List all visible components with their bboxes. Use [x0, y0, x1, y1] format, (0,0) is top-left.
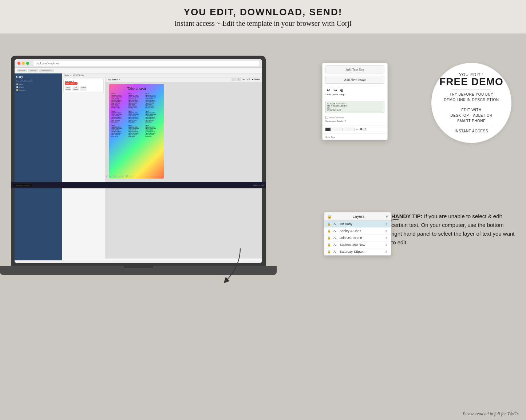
snap-control[interactable]: ⊕ Snap [339, 88, 344, 96]
layer-lock-icon: 🔒 [327, 250, 332, 253]
table-7-label: Tab 7 [111, 125, 128, 126]
redo-control[interactable]: ↪ Redo [333, 88, 338, 96]
url-bar[interactable]: corjl.com/templates [33, 61, 259, 66]
layer-name: Saturday SEptem [340, 250, 383, 253]
guest-2-1: SAMANTHA JONESCARRIE BRADSHAWJOHN POTTER… [128, 95, 145, 109]
demo-instant-access: INSTANT ACCESS [455, 128, 488, 134]
layer-delete-icon[interactable]: 🗑 [385, 243, 388, 247]
layer-delete-icon[interactable]: 🗑 [385, 236, 388, 240]
table-col-9: Tab 9 SAMANTHA JONESCARRIE BRADSHAWJOHN … [145, 125, 162, 137]
layer-delete-icon[interactable]: 🗑 [385, 229, 388, 233]
table-col-2: Tab 2 SAMANTHA JONESCARRIE BRADSHAWJOHN … [128, 93, 145, 109]
layer-type-icon: A [333, 250, 338, 253]
zoom-out-btn[interactable]: - [232, 78, 236, 81]
corjl-main-content: Order Id: 1509758194 Item Row 1 ⊘ INCOMP… [62, 73, 262, 260]
guest-3-1: SAMANTHA JONESCARRIE BRADSHAWJOHN POTTER… [145, 95, 162, 109]
arrow-to-layers [211, 245, 248, 288]
layers-title: Layers [352, 214, 364, 219]
text-format-btns: B I [359, 128, 367, 131]
layer-item[interactable]: 🔒 A Oh Baby 🗑 [324, 221, 391, 228]
toolbar-tab-2[interactable]: corjl.com [28, 69, 38, 72]
table-col-7: Tab 7 SAMANTHA JONESCARRIE BRADSHAWJOHN … [111, 125, 128, 137]
add-text-box-btn[interactable]: Add Text Box [325, 65, 384, 73]
layers-chevron-icon: ∨ [385, 215, 388, 219]
layer-name: Ashley & Chris [340, 229, 383, 233]
layer-item[interactable]: 🔒 A Saturday SEptem 🗑 [324, 248, 391, 255]
layers-list: 🔒 A Oh Baby 🗑 🔒 A Ashley & Chris 🗑 🔒 A J… [324, 221, 391, 255]
left-panel: Item Row 1 ⊘ INCOMPLETE Reset Original A… [62, 77, 106, 259]
laptop-screen: corjl.com/templates Twitch Feat corjl.co… [15, 59, 262, 263]
layer-lock-icon: 🔒 [327, 223, 332, 226]
layer-lock-icon: 🔒 [327, 236, 332, 240]
bold-btn[interactable]: B [359, 128, 363, 131]
layer-type-icon: A [333, 222, 338, 226]
dot-red [17, 62, 20, 65]
layer-delete-icon[interactable]: 🗑 [385, 250, 388, 253]
handy-tip-area: HANDY TIP: If you are unable to select &… [391, 212, 515, 247]
redo-label: Redo [333, 93, 338, 96]
main-area: corjl.com/templates Twitch Feat corjl.co… [0, 34, 526, 420]
toolbar-tab-3[interactable]: NocrayPartyTe... [39, 69, 54, 72]
top-banner: YOU EDIT, DOWNLOAD, SEND! Instant access… [0, 0, 526, 34]
size-input-1[interactable] [332, 128, 343, 131]
table-col-5: Tab 5 SAMANTHA JONESCARRIE BRADSHAWJOHN … [128, 111, 145, 123]
demo-divider-1 [452, 89, 491, 89]
guest-6-1: SAMANTHA JONESCARRIE BRADSHAWJOHN POTTER… [145, 112, 162, 123]
table-5-label: Tab 5 [128, 111, 145, 112]
nav-orders[interactable]: 📋 Orders [16, 86, 60, 89]
size-numbers: 97 [356, 128, 358, 131]
layer-item[interactable]: 🔒 A Supinos 250 New 🗑 [324, 241, 391, 248]
table-col-4: Tab 4 SAMANTHA JONESCARRIE BRADSHAWJOHN … [111, 111, 128, 123]
online-indicator: ● Online [252, 78, 260, 81]
layer-name: Supinos 250 New [340, 243, 383, 247]
demo-try-before: TRY BEFORE YOU BUY [450, 92, 493, 97]
add-changes-btn[interactable]: Add Changes [72, 86, 79, 91]
demo-divider-2 [452, 105, 491, 105]
toolbar-tab-1[interactable]: Twitch Feat [17, 69, 27, 72]
reset-original-btn[interactable]: Reset Original [65, 86, 71, 91]
table-col-1: Tab 1 SAMANTHA JONESCARRIE BRADSHAWJOHN … [111, 93, 128, 109]
color-swatch[interactable] [325, 128, 331, 131]
incomplete-badge: ⊘ INCOMPLETE [65, 82, 78, 85]
handy-tip-text: HANDY TIP: If you are unable to select &… [391, 212, 515, 247]
italic-btn[interactable]: I [363, 128, 367, 131]
bottom-note: Please read ad in full for T&C's [463, 411, 519, 417]
layer-delete-icon[interactable]: 🗑 [385, 223, 388, 226]
seating-chart-title: Take a seat [111, 86, 162, 92]
corjl-interface: Corjl NocrayPartyTemplates 🏠 Home 📋 Orde… [15, 73, 262, 260]
dot-green [26, 62, 29, 65]
card-actions: Reset Original Add Changes Approve [65, 86, 102, 91]
page-indicator: Page 1 of 1 [242, 78, 250, 81]
nav-home[interactable]: 🏠 Home [16, 83, 60, 86]
bg-label: Background Regular [325, 120, 344, 122]
taskbar: Type here to search ENG 7:23 PM [11, 182, 266, 188]
size-input-2[interactable] [344, 128, 355, 131]
taskbar-time: ENG 7:23 PM [253, 184, 264, 186]
panel-text-preview: PLEASE JOIN US FOR A BRIDAL BRUNCHIN HON… [325, 101, 384, 113]
layer-item[interactable]: 🔒 A Join Us For A B 🗑 [324, 235, 391, 241]
guest-9-1: SAMANTHA JONESCARRIE BRADSHAWJOHN POTTER… [145, 127, 162, 137]
taskbar-search[interactable]: Type here to search [13, 184, 32, 187]
zoom-in-btn[interactable]: + [237, 78, 241, 81]
resize-section: Resize vs Image Background Regular ▼ [323, 115, 387, 124]
resize-checkbox-row: Resize vs Image [325, 116, 384, 119]
style-text-label[interactable]: Style Text [323, 135, 387, 140]
table-3-label: Tab 3 [145, 93, 162, 95]
nav-templates[interactable]: 📁 Templates [16, 89, 60, 92]
sidebar-subtitle: NocrayPartyTemplates [16, 80, 60, 82]
add-new-image-btn[interactable]: Add New Image [325, 76, 384, 84]
guest-5-1: SAMANTHA JONESCARRIE BRADSHAWJOHN POTTER… [128, 112, 145, 123]
size-input-row: 97 B I [323, 127, 387, 132]
resize-checkbox[interactable] [325, 116, 328, 119]
layers-header[interactable]: 🔒 Layers ∨ [324, 212, 391, 221]
text-preview-content: PLEASE JOIN US FOR A BRIDAL BRUNCHIN HON… [327, 103, 383, 111]
canvas-name-label: best floral 4 × [108, 79, 120, 81]
background-dropdown[interactable]: Background Regular ▼ [325, 120, 384, 122]
seating-chart-design: Take a seat Tab 1 SAMANTHA JONESCARRIE B… [109, 84, 164, 179]
canvas-content[interactable]: Take a seat Tab 1 SAMANTHA JONESCARRIE B… [106, 82, 262, 259]
panel-divider-1 [323, 99, 387, 99]
canvas-zoom-controls: - + Page 1 of 1 ● Online [232, 78, 260, 81]
undo-control[interactable]: ↩ Undo [325, 88, 331, 96]
approve-btn[interactable]: Approve [80, 86, 87, 91]
layer-item[interactable]: 🔒 A Ashley & Chris 🗑 [324, 228, 391, 235]
